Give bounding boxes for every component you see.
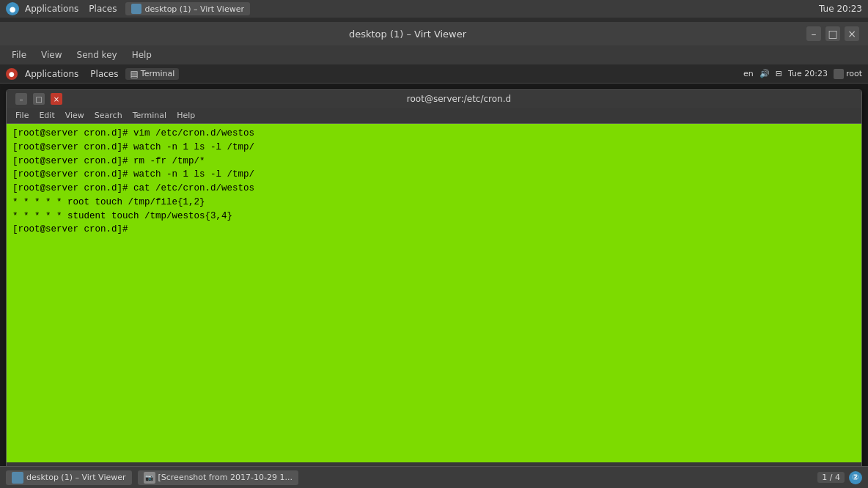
terminal-menubar: File Edit View Search Terminal Help bbox=[7, 108, 861, 124]
places-menu[interactable]: Places bbox=[84, 2, 121, 15]
virt-help-menu[interactable]: Help bbox=[126, 48, 158, 62]
virt-menubar: File View Send key Help bbox=[0, 45, 868, 64]
virt-view-menu[interactable]: View bbox=[35, 48, 67, 62]
terminal-minimize-btn[interactable]: – bbox=[15, 93, 27, 105]
terminal-title: root@server:/etc/cron.d bbox=[62, 94, 856, 104]
close-button[interactable]: × bbox=[845, 26, 859, 41]
os-topbar-left: ● Applications Places desktop (1) – Virt… bbox=[6, 2, 250, 15]
user-badge: root bbox=[834, 69, 862, 79]
terminal-terminal-menu[interactable]: Terminal bbox=[128, 110, 172, 121]
terminal-view-menu[interactable]: View bbox=[61, 110, 89, 121]
bottom-task-icon-1 bbox=[12, 472, 23, 484]
bottom-pager[interactable]: 1 / 4 bbox=[817, 472, 845, 483]
maximize-button[interactable]: □ bbox=[825, 26, 840, 41]
guest-lang: en bbox=[743, 69, 754, 78]
guest-time: Tue 20:23 bbox=[788, 69, 828, 78]
vm-display: ● Applications Places ▤ Terminal en 🔊 ⊟ … bbox=[0, 64, 868, 488]
os-topbar: ● Applications Places desktop (1) – Virt… bbox=[0, 0, 868, 18]
guest-topbar: ● Applications Places ▤ Terminal en 🔊 ⊟ … bbox=[0, 64, 868, 84]
user-label: root bbox=[846, 69, 862, 78]
terminal-maximize-btn[interactable]: □ bbox=[33, 93, 45, 105]
os-time: Tue 20:23 bbox=[819, 4, 862, 14]
terminal-close-btn[interactable]: × bbox=[51, 93, 62, 105]
minimize-button[interactable]: – bbox=[806, 26, 821, 41]
taskbar-window-label: desktop (1) – Virt Viewer bbox=[144, 4, 244, 14]
guest-places-menu[interactable]: Places bbox=[86, 67, 122, 81]
virt-viewer-window: desktop (1) – Virt Viewer – □ × File Vie… bbox=[0, 22, 868, 488]
terminal-help-menu[interactable]: Help bbox=[172, 110, 199, 121]
taskbar-window-button[interactable]: desktop (1) – Virt Viewer bbox=[125, 2, 250, 15]
virt-titlebar-controls: – □ × bbox=[806, 26, 859, 41]
guest-terminal-label: Terminal bbox=[141, 69, 175, 78]
guest-applications-menu[interactable]: Applications bbox=[21, 67, 83, 81]
virt-titlebar-title: desktop (1) – Virt Viewer bbox=[9, 29, 806, 40]
os-bottombar-right: 1 / 4 ② bbox=[817, 471, 862, 484]
virt-file-menu[interactable]: File bbox=[6, 48, 32, 62]
terminal-edit-menu[interactable]: Edit bbox=[34, 110, 59, 121]
window-icon bbox=[131, 4, 141, 14]
bottom-task-btn-1[interactable]: desktop (1) – Virt Viewer bbox=[6, 470, 132, 485]
applications-menu[interactable]: Applications bbox=[21, 2, 83, 15]
guest-terminal-icon: ▤ bbox=[130, 69, 138, 79]
guest-volume-icon: 🔊 bbox=[760, 69, 770, 78]
terminal-file-menu[interactable]: File bbox=[11, 110, 33, 121]
guest-fedora-icon: ● bbox=[6, 68, 18, 80]
bottom-pager-icon[interactable]: ② bbox=[849, 471, 862, 484]
bottom-task-btn-2[interactable]: 📷 [Screenshot from 2017-10-29 1... bbox=[138, 470, 298, 485]
os-bottombar: desktop (1) – Virt Viewer 📷 [Screenshot … bbox=[0, 466, 868, 488]
terminal-search-menu[interactable]: Search bbox=[90, 110, 127, 121]
guest-topbar-right: en 🔊 ⊟ Tue 20:23 root bbox=[743, 69, 862, 79]
terminal-titlebar: – □ × root@server:/etc/cron.d bbox=[7, 90, 861, 108]
bottom-task-icon-2: 📷 bbox=[144, 472, 155, 484]
bottom-task-label-2: [Screenshot from 2017-10-29 1... bbox=[158, 473, 293, 482]
bottom-task-label-1: desktop (1) – Virt Viewer bbox=[26, 473, 126, 482]
terminal-content[interactable]: [root@server cron.d]# vim /etc/cron.d/we… bbox=[7, 124, 861, 462]
fedora-icon: ● bbox=[6, 2, 19, 15]
os-topbar-right: Tue 20:23 bbox=[819, 4, 862, 14]
virt-sendkey-menu[interactable]: Send key bbox=[71, 48, 123, 62]
guest-network-icon: ⊟ bbox=[776, 69, 782, 78]
terminal-window: – □ × root@server:/etc/cron.d File Edit … bbox=[6, 89, 862, 482]
user-icon bbox=[834, 69, 844, 79]
guest-terminal-button[interactable]: ▤ Terminal bbox=[125, 68, 179, 80]
virt-titlebar: desktop (1) – Virt Viewer – □ × bbox=[0, 22, 868, 45]
